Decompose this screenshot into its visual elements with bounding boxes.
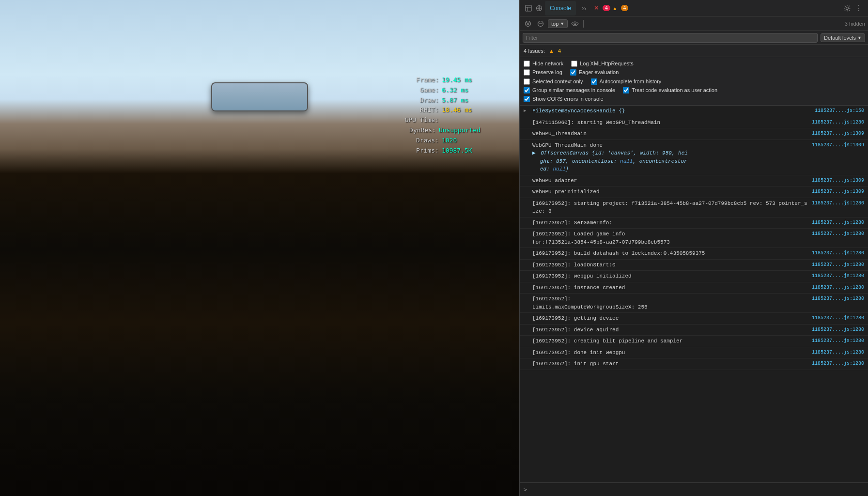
eager-eval-input[interactable] [570, 69, 576, 76]
msg-link-8[interactable]: 1185237....js:1280 [808, 219, 864, 226]
msg-content-5: WebGPU adapter [532, 177, 808, 185]
selected-context-checkbox[interactable]: Selected context only [524, 78, 583, 85]
car-interior-bg: Frame: 19.45 ms Game: 6.32 ms Draw: 5.87… [0, 0, 519, 496]
eye-icon[interactable] [570, 18, 580, 29]
log-xmlhttp-input[interactable] [571, 61, 577, 67]
levels-dropdown[interactable]: Default levels ▼ [821, 33, 865, 42]
expand-icon-sub-4[interactable]: ▶ [532, 150, 536, 156]
show-cors-checkbox[interactable]: Show CORS errors in console [524, 95, 604, 102]
msg-link-19[interactable]: 1185237....js:1280 [808, 360, 864, 367]
msg-link-1[interactable]: 1185237....js:150 [811, 107, 864, 114]
console-msg-4: WebGPU_ThreadMain done 1185237....js:130… [520, 140, 868, 175]
preserve-log-checkbox[interactable]: Preserve log [524, 69, 562, 76]
settings-row-2: Preserve log Eager evaluation [524, 69, 864, 76]
issues-bar: 4 Issues: ▲ 4 [520, 45, 868, 57]
network-icon[interactable] [534, 3, 544, 13]
filter-input[interactable] [523, 33, 818, 43]
issues-warn-icon: ▲ [549, 48, 554, 54]
console-msg-6: WebGPU preinitialized 1185237....js:1309 [520, 186, 868, 198]
dropdown-arrow-icon: ▼ [560, 21, 564, 26]
console-input[interactable] [530, 486, 864, 493]
msg-link-4[interactable]: 1185237....js:1309 [808, 141, 864, 149]
prims-value: 10987.5K [442, 146, 480, 156]
svg-rect-0 [526, 5, 531, 11]
console-messages[interactable]: ▶ FileSystemSyncAccessHandle {} 1185237.… [520, 106, 868, 482]
warn-triangle-icon: ▲ [612, 5, 618, 11]
svg-point-11 [574, 23, 576, 25]
msg-link-15[interactable]: 1185237....js:1280 [808, 314, 864, 322]
expand-icon-1[interactable]: ▶ [524, 108, 530, 115]
msg-link-18[interactable]: 1185237....js:1280 [808, 349, 864, 356]
hide-network-input[interactable] [524, 61, 530, 67]
msg-link-16[interactable]: 1185237....js:1280 [808, 326, 864, 333]
settings-icon[interactable] [842, 3, 852, 14]
msg-content-10: [169173952]: build datahash_to_lockindex… [532, 249, 808, 258]
clear-console-button[interactable] [523, 18, 533, 29]
log-xmlhttp-checkbox[interactable]: Log XMLHttpRequests [571, 60, 634, 67]
console-tab[interactable]: Console [545, 1, 576, 16]
msg-link-14[interactable]: 1185237....js:1280 [808, 295, 864, 302]
context-label: top [551, 21, 558, 27]
msg-link-9[interactable]: 1185237....js:1280 [808, 230, 864, 237]
eager-eval-checkbox[interactable]: Eager evaluation [570, 69, 619, 76]
console-msg-5: WebGPU adapter 1185237....js:1309 [520, 175, 868, 187]
show-cors-input[interactable] [524, 96, 530, 102]
warn-count-badge: 4 [621, 5, 629, 11]
more-tabs-btn[interactable]: ›› [577, 1, 591, 16]
inspect-icon[interactable] [524, 3, 533, 13]
treat-code-eval-label: Treat code evaluation as user action [632, 87, 717, 93]
treat-code-eval-checkbox[interactable]: Treat code evaluation as user action [623, 87, 717, 93]
group-similar-input[interactable] [524, 87, 530, 93]
more-options-icon[interactable]: ⋮ [853, 3, 864, 14]
settings-row-3: Selected context only Autocomplete from … [524, 78, 864, 85]
console-msg-18: [169173952]: done init webgpu 1185237...… [520, 347, 868, 359]
devtools-panel: Console ›› ✕ 4 ▲ 4 ⋮ [519, 0, 868, 496]
msg-content-1: FileSystemSyncAccessHandle {} [532, 107, 811, 115]
console-input-area: > [520, 482, 868, 496]
hide-network-checkbox[interactable]: Hide network [524, 60, 563, 67]
console-msg-12: [169173952]: webgpu initialized 1185237.… [520, 271, 868, 282]
msg-content-7: [169173952]: starting project: f713521a-… [532, 200, 808, 216]
svg-point-5 [846, 7, 849, 9]
gputime-label: GPU Time: [405, 115, 439, 125]
msg-sub-content-4b: ght: 857, oncontextlost: null, oncontext… [524, 157, 864, 166]
context-selector[interactable]: top ▼ [548, 19, 568, 28]
treat-code-eval-input[interactable] [623, 87, 629, 93]
prims-label: Prims: [416, 146, 439, 156]
msg-link-3[interactable]: 1185237....js:1309 [808, 130, 864, 137]
autocomplete-checkbox[interactable]: Autocomplete from history [591, 78, 662, 85]
group-similar-checkbox[interactable]: Group similar messages in console [524, 87, 615, 93]
msg-content-15: [169173952]: getting device [532, 314, 808, 323]
block-icon[interactable] [535, 18, 546, 29]
error-close-icon: ✕ [594, 4, 599, 12]
console-prompt: > [524, 486, 527, 493]
msg-content-6: WebGPU preinitialized [532, 188, 808, 196]
dynres-label: DynRes: [409, 125, 436, 136]
msg-link-17[interactable]: 1185237....js:1280 [808, 337, 864, 344]
autocomplete-input[interactable] [591, 78, 597, 85]
msg-content-3: WebGPU_ThreadMain [532, 130, 808, 138]
draw-value: 5.87 ms [442, 95, 480, 106]
msg-link-11[interactable]: 1185237....js:1280 [808, 261, 864, 268]
msg-link-2[interactable]: 1185237....js:1280 [808, 119, 864, 126]
msg-link-5[interactable]: 1185237....js:1309 [808, 177, 864, 184]
msg-link-7[interactable]: 1185237....js:1280 [808, 200, 864, 207]
console-msg-8: [169173952]: SetGameInfo: 1185237....js:… [520, 217, 868, 229]
console-msg-2: [1471115960]: starting WebGPU_ThreadMain… [520, 117, 868, 129]
msg-link-6[interactable]: 1185237....js:1309 [808, 188, 864, 195]
gputime-value [442, 115, 480, 125]
preserve-log-input[interactable] [524, 69, 530, 76]
msg-link-10[interactable]: 1185237....js:1280 [808, 249, 864, 257]
msg-sub-content-4: ▶ OffscreenCanvas {id: 'canvas', width: … [524, 149, 864, 157]
console-msg-19: [169173952]: init gpu start 1185237....j… [520, 358, 868, 370]
main-view: Frame: 19.45 ms Game: 6.32 ms Draw: 5.87… [0, 0, 519, 496]
rearview-mirror [211, 82, 308, 111]
msg-link-13[interactable]: 1185237....js:1280 [808, 284, 864, 291]
settings-row-5: Show CORS errors in console [524, 95, 864, 102]
selected-context-input[interactable] [524, 78, 530, 85]
console-msg-13: [169173952]: instance created 1185237...… [520, 282, 868, 294]
draws-value: 1020 [442, 136, 480, 146]
msg-link-12[interactable]: 1185237....js:1280 [808, 272, 864, 279]
levels-arrow-icon: ▼ [857, 35, 862, 40]
issues-label: 4 Issues: [524, 48, 545, 54]
